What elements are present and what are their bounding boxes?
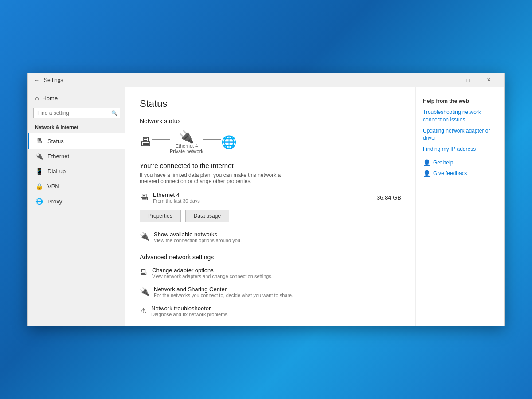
connection-icon: 🖶 xyxy=(140,192,149,203)
network-status-heading: Network status xyxy=(140,117,401,125)
window-title: Settings xyxy=(44,77,63,83)
home-nav-item[interactable]: ⌂ Home xyxy=(28,91,125,105)
sharing-title: Network and Sharing Center xyxy=(154,286,293,293)
router-icon: 🔌 xyxy=(179,131,194,143)
close-button[interactable]: ✕ xyxy=(478,73,499,87)
data-usage-button[interactable]: Data usage xyxy=(185,210,229,222)
diagram-router: 🔌 Ethernet 4 Private network xyxy=(170,131,203,154)
adapter-icon: 🖶 xyxy=(140,268,148,277)
connection-sub: From the last 30 days xyxy=(153,198,372,203)
show-networks-title: Show available networks xyxy=(154,231,242,238)
sidebar-item-status[interactable]: 🖶 Status xyxy=(28,133,125,149)
sidebar-section-title: Network & Internet xyxy=(28,123,125,133)
adapter-title: Change adapter options xyxy=(152,267,273,274)
troubleshooter-icon: ⚠ xyxy=(140,306,147,316)
computer-icon: 🖶 xyxy=(140,136,152,149)
show-networks-item[interactable]: 🔌 Show available networks View the conne… xyxy=(140,231,401,243)
sidebar-item-ethernet-label: Ethernet xyxy=(47,153,69,160)
sidebar-item-dialup[interactable]: 📱 Dial-up xyxy=(28,164,125,179)
diagram-globe: 🌐 xyxy=(221,136,237,149)
sharing-text: Network and Sharing Center For the netwo… xyxy=(154,286,293,298)
ethernet-icon: 🔌 xyxy=(35,153,43,160)
settings-window: ← Settings — □ ✕ ⌂ Home 🔍 Network & Inte… xyxy=(27,73,505,326)
get-help-action[interactable]: 👤 Get help xyxy=(423,159,497,166)
title-bar: ← Settings — □ ✕ xyxy=(28,73,504,87)
show-networks-sub: View the connection options around you. xyxy=(154,238,242,243)
back-button[interactable]: ← xyxy=(33,77,40,84)
adapter-text: Change adapter options View network adap… xyxy=(152,267,273,279)
sidebar-item-vpn-label: VPN xyxy=(47,183,59,190)
advanced-item-sharing[interactable]: 🔌 Network and Sharing Center For the net… xyxy=(140,286,401,298)
right-panel: Help from the web Troubleshooting networ… xyxy=(415,87,504,326)
give-feedback-action[interactable]: 👤 Give feedback xyxy=(423,170,497,177)
help-link-1[interactable]: Updating network adapter or driver xyxy=(423,127,497,142)
home-icon: ⌂ xyxy=(35,94,39,102)
connection-row: 🖶 Ethernet 4 From the last 30 days 36.84… xyxy=(140,192,401,203)
page-title: Status xyxy=(140,98,401,110)
sidebar-item-dialup-label: Dial-up xyxy=(47,168,66,175)
help-link-0[interactable]: Troubleshooting network connection issue… xyxy=(423,109,497,124)
adapter-sub: View network adapters and change connect… xyxy=(152,274,273,279)
search-icon: 🔍 xyxy=(111,110,117,116)
connected-text: You're connected to the Internet xyxy=(140,162,401,169)
help-title: Help from the web xyxy=(423,98,497,104)
connection-name: Ethernet 4 xyxy=(153,192,372,198)
troubleshooter-text: Network troubleshooter Diagnose and fix … xyxy=(151,305,229,317)
sidebar-item-vpn[interactable]: 🔒 VPN xyxy=(28,179,125,194)
network-label: Private network xyxy=(170,149,203,154)
window-body: ⌂ Home 🔍 Network & Internet 🖶 Status 🔌 E… xyxy=(28,87,504,326)
sidebar-item-proxy-label: Proxy xyxy=(47,198,62,205)
properties-button[interactable]: Properties xyxy=(140,210,181,222)
action-buttons: Properties Data usage xyxy=(140,210,401,222)
search-input[interactable] xyxy=(33,108,120,118)
diagram-computer: 🖶 xyxy=(140,136,152,149)
networks-icon: 🔌 xyxy=(140,231,149,241)
diagram-line-2 xyxy=(203,139,221,140)
sidebar-item-ethernet[interactable]: 🔌 Ethernet xyxy=(28,149,125,164)
window-controls: — □ ✕ xyxy=(438,73,499,87)
dialup-icon: 📱 xyxy=(35,168,43,175)
minimize-button[interactable]: — xyxy=(438,73,458,87)
status-icon: 🖶 xyxy=(35,137,43,145)
get-help-label: Get help xyxy=(433,160,453,166)
ethernet-label: Ethernet 4 xyxy=(176,143,198,149)
home-label: Home xyxy=(42,95,58,102)
advanced-item-troubleshooter[interactable]: ⚠ Network troubleshooter Diagnose and fi… xyxy=(140,305,401,317)
vpn-icon: 🔒 xyxy=(35,183,43,190)
advanced-item-adapter[interactable]: 🖶 Change adapter options View network ad… xyxy=(140,267,401,279)
troubleshooter-sub: Diagnose and fix network problems. xyxy=(151,312,229,317)
sharing-icon: 🔌 xyxy=(140,287,149,297)
sidebar: ⌂ Home 🔍 Network & Internet 🖶 Status 🔌 E… xyxy=(28,87,125,326)
connected-sub: If you have a limited data plan, you can… xyxy=(140,172,401,184)
sidebar-item-proxy[interactable]: 🌐 Proxy xyxy=(28,194,125,209)
advanced-heading: Advanced network settings xyxy=(140,254,401,261)
give-feedback-label: Give feedback xyxy=(433,170,467,176)
search-box: 🔍 xyxy=(33,108,120,118)
sharing-sub: For the networks you connect to, decide … xyxy=(154,293,293,298)
proxy-icon: 🌐 xyxy=(35,198,43,205)
help-link-2[interactable]: Finding my IP address xyxy=(423,145,497,153)
network-diagram: 🖶 🔌 Ethernet 4 Private network 🌐 xyxy=(140,131,401,154)
give-feedback-icon: 👤 xyxy=(423,170,430,177)
view-hardware-link[interactable]: View hardware and connection properties xyxy=(140,325,246,326)
sidebar-item-status-label: Status xyxy=(47,138,64,145)
maximize-button[interactable]: □ xyxy=(458,73,478,87)
connection-size: 36.84 GB xyxy=(377,194,401,201)
show-networks-text: Show available networks View the connect… xyxy=(154,231,242,243)
troubleshooter-title: Network troubleshooter xyxy=(151,305,229,312)
get-help-icon: 👤 xyxy=(423,159,430,166)
globe-icon: 🌐 xyxy=(221,136,237,149)
connection-info: Ethernet 4 From the last 30 days xyxy=(153,192,372,203)
diagram-line-1 xyxy=(152,139,170,140)
main-content: Status Network status 🖶 🔌 Ethernet 4 Pri… xyxy=(125,87,415,326)
